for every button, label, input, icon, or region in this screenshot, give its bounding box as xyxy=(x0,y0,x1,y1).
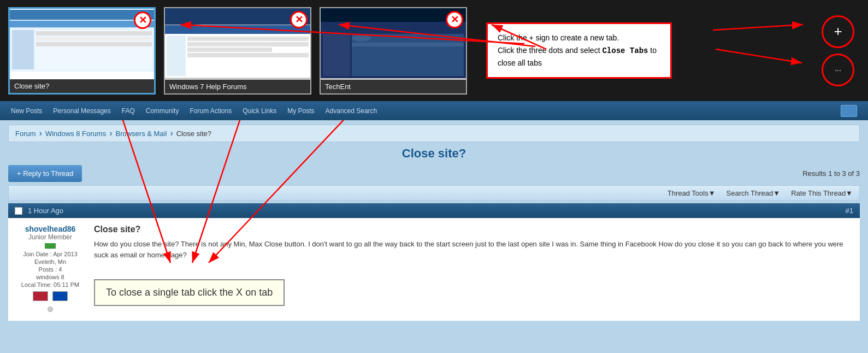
svg-line-4 xyxy=(713,25,803,30)
side-buttons: + ··· xyxy=(822,15,854,86)
tab-3-label: TechEnt xyxy=(321,80,466,93)
page-title: Close site? xyxy=(8,146,860,161)
close-tab-2-btn[interactable]: ✕ xyxy=(290,11,308,28)
tab-1-label: Close site? xyxy=(10,79,154,93)
online-indicator xyxy=(48,307,53,312)
flag-us xyxy=(33,291,48,301)
reply-bar: + Reply to Thread Results 1 to 3 of 3 xyxy=(8,165,860,182)
post-checkbox[interactable] xyxy=(15,207,22,215)
main-content: Forum › Windows 8 Forums › Browsers & Ma… xyxy=(0,120,868,353)
breadcrumb: Forum › Windows 8 Forums › Browsers & Ma… xyxy=(8,125,860,142)
callout-box: To close a single tab click the X on tab xyxy=(94,279,285,306)
post-sidebar: shovelhead86 Junior Member Join Date : A… xyxy=(15,225,86,314)
post-username[interactable]: shovelhead86 xyxy=(15,225,86,233)
breadcrumb-current: Close site? xyxy=(176,130,211,138)
flag-other xyxy=(52,291,68,301)
tab-bar: ✕ Close site? ✕ Windows 7 Help xyxy=(0,0,868,101)
nav-forum-actions[interactable]: Forum Actions xyxy=(190,107,232,115)
nav-new-posts[interactable]: New Posts xyxy=(11,107,42,115)
nav-advanced-search[interactable]: Advanced Search xyxy=(326,107,377,115)
post-location: Eveleth, Mn xyxy=(15,258,86,265)
breadcrumb-sep-3: › xyxy=(170,128,173,138)
nav-quick-links[interactable]: Quick Links xyxy=(243,107,276,115)
tab-2-label: Windows 7 Help Forums xyxy=(165,80,310,93)
rate-thread-dropdown[interactable]: Rate This Thread▼ xyxy=(791,189,853,197)
tab-2[interactable]: ✕ Windows 7 Help Forums xyxy=(164,7,311,95)
svg-line-5 xyxy=(716,49,802,63)
info-bold: Close Tabs xyxy=(602,46,648,55)
post-count: Posts : 4 xyxy=(15,266,86,273)
thread-tools-bar: Thread Tools▼ Search Thread▼ Rate This T… xyxy=(8,185,860,201)
post-os: windows 8 xyxy=(15,274,86,280)
nav-personal-messages[interactable]: Personal Messages xyxy=(53,107,110,115)
results-count: Results 1 to 3 of 3 xyxy=(802,169,860,178)
post-join-date: Join Date : Apr 2013 xyxy=(15,251,86,257)
post-content: shovelhead86 Junior Member Join Date : A… xyxy=(8,218,860,321)
nav-faq[interactable]: FAQ xyxy=(122,107,135,115)
reply-to-thread-button[interactable]: + Reply to Thread xyxy=(8,165,82,182)
breadcrumb-sep-1: › xyxy=(39,128,42,138)
nav-my-posts[interactable]: My Posts xyxy=(287,107,314,115)
post-rank: Junior Member xyxy=(15,233,86,241)
nav-community[interactable]: Community xyxy=(146,107,179,115)
breadcrumb-sep-2: › xyxy=(109,128,112,138)
close-tab-1-btn[interactable]: ✕ xyxy=(134,11,151,29)
tab-3[interactable]: ✕ TechEnt xyxy=(320,7,467,95)
post-local-time: Local Time: 05:11 PM xyxy=(15,281,86,288)
breadcrumb-windows8forums[interactable]: Windows 8 Forums xyxy=(45,130,106,138)
more-options-button[interactable]: ··· xyxy=(822,54,854,86)
new-tab-button[interactable]: + xyxy=(822,15,854,48)
search-thread-dropdown[interactable]: Search Thread▼ xyxy=(727,189,781,197)
post-number: #1 xyxy=(846,207,853,215)
post-header: 1 Hour Ago #1 xyxy=(8,203,860,218)
tab-1[interactable]: ✕ Close site? xyxy=(8,7,156,95)
info-box: Click the + sign to create a new tab. Cl… xyxy=(486,22,672,78)
breadcrumb-forum[interactable]: Forum xyxy=(15,130,36,138)
post-body: Close site? How do you close the site? T… xyxy=(94,225,853,314)
post-subject: Close site? xyxy=(94,225,853,234)
info-line2: Click the three dots and select xyxy=(498,46,600,55)
close-tab-3-btn[interactable]: ✕ xyxy=(446,11,463,28)
info-line1: Click the + sign to create a new tab. xyxy=(498,33,619,42)
user-status-icon xyxy=(45,243,56,249)
post-text: How do you close the site? There is not … xyxy=(94,239,853,260)
breadcrumb-browsers-mail[interactable]: Browsers & Mail xyxy=(115,130,167,138)
forum-nav: New Posts Personal Messages FAQ Communit… xyxy=(0,101,868,120)
post-time: 1 Hour Ago xyxy=(28,207,63,215)
thread-tools-dropdown[interactable]: Thread Tools▼ xyxy=(668,189,716,197)
